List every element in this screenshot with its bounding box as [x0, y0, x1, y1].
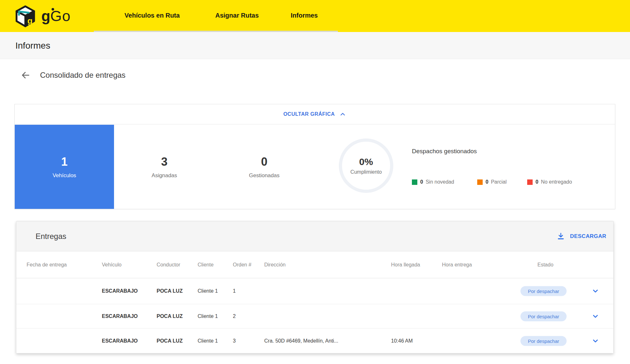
legend-label-sin-novedad: Sin novedad: [426, 179, 454, 185]
cell-direccion: Cra. 50D #6469, Medellín, Anti...: [264, 328, 386, 353]
hide-chart-button[interactable]: OCULTAR GRÁFICA: [15, 104, 615, 124]
consolidado-entregas-screen: g g Go Vehículos en Ruta Asignar Rutas I…: [0, 0, 630, 364]
svg-text:g: g: [28, 16, 33, 26]
cell-conductor: POCA LUZ: [157, 278, 183, 304]
brand-dot: [52, 8, 54, 11]
cell-conductor: POCA LUZ: [157, 304, 183, 328]
download-label: DESCARGAR: [570, 233, 606, 240]
brand[interactable]: g g Go: [14, 3, 70, 29]
summary-card: OCULTAR GRÁFICA 1 Vehículos 3 Asignadas …: [14, 104, 615, 209]
legend-item-no-entregado: 0 No entregado: [527, 178, 572, 186]
cell-cliente: Cliente 1: [198, 278, 218, 304]
table-row: ESCARABAJO POCA LUZ Cliente 1 1 Por desp…: [16, 278, 613, 304]
section-title: Consolidado de entregas: [40, 59, 126, 91]
hide-chart-label: OCULTAR GRÁFICA: [283, 111, 335, 117]
stat-asignadas-label: Asignadas: [151, 172, 177, 179]
stat-gestionadas-label: Gestionadas: [249, 172, 279, 179]
table-row: ESCARABAJO POCA LUZ Cliente 1 3 Cra. 50D…: [16, 328, 613, 353]
breadcrumb: Consolidado de entregas: [0, 59, 630, 94]
deliveries-card: Entregas DESCARGAR Fecha de entrega Vehí…: [16, 221, 614, 353]
col-header-vehiculo[interactable]: Vehículo: [102, 251, 121, 278]
chevron-down-icon: [592, 287, 599, 295]
cell-hora-llegada: 10:46 AM: [391, 328, 413, 353]
app-header: g g Go Vehículos en Ruta Asignar Rutas I…: [0, 0, 630, 32]
legend-item-sin-novedad: 0 Sin novedad: [412, 178, 454, 186]
legend-title: Despachos gestionados: [412, 148, 477, 155]
page-title: Informes: [15, 32, 50, 59]
cell-direccion: [264, 304, 386, 328]
cell-vehiculo: ESCARABAJO: [102, 328, 138, 353]
cell-cliente: Cliente 1: [198, 304, 218, 328]
table-header-row: Fecha de entrega Vehículo Conductor Clie…: [16, 251, 613, 278]
cell-conductor: POCA LUZ: [157, 328, 183, 353]
chevron-down-icon: [592, 313, 599, 320]
summary-stats: 1 Vehículos 3 Asignadas 0 Gestionadas 0%…: [15, 125, 615, 209]
legend-label-parcial: Parcial: [491, 179, 507, 185]
col-header-hora-entrega[interactable]: Hora entrega: [442, 251, 472, 278]
back-button[interactable]: [19, 68, 33, 82]
cell-vehiculo: ESCARABAJO: [102, 278, 138, 304]
row-expand-button[interactable]: [591, 286, 600, 296]
deliveries-card-header: Entregas DESCARGAR: [16, 221, 613, 251]
nav-item-vehiculos-en-ruta[interactable]: Vehículos en Ruta: [110, 0, 194, 31]
page-header-bar: Informes: [0, 32, 630, 59]
stat-asignadas: 3 Asignadas: [113, 125, 216, 209]
row-expand-button[interactable]: [591, 336, 600, 346]
cell-orden: 3: [233, 328, 236, 353]
legend-swatch-red: [527, 179, 533, 185]
status-badge: Por despachar: [520, 311, 567, 321]
deliveries-title: Entregas: [36, 232, 66, 241]
package-box-icon: g: [14, 3, 36, 29]
legend-swatch-green: [412, 179, 417, 185]
legend-label-no-entregado: No entregado: [541, 179, 572, 185]
status-badge: Por despachar: [520, 336, 567, 346]
direccion-text: Cra. 50D #6469, Medellín, Anti...: [264, 338, 338, 344]
row-expand-button[interactable]: [591, 312, 600, 321]
stat-vehiculos-label: Vehículos: [53, 172, 76, 179]
col-header-estado[interactable]: Estado: [537, 251, 553, 278]
stat-gestionadas: 0 Gestionadas: [213, 125, 315, 209]
cumplimiento-gauge: 0% Cumplimiento: [339, 138, 393, 193]
table-row: ESCARABAJO POCA LUZ Cliente 1 2 Por desp…: [16, 304, 613, 328]
chevron-down-icon: [592, 337, 599, 345]
legend-swatch-orange: [477, 179, 483, 185]
stat-gestionadas-value: 0: [261, 155, 267, 169]
legend-item-parcial: 0 Parcial: [477, 178, 507, 186]
cell-orden: 1: [233, 278, 236, 304]
download-button[interactable]: DESCARGAR: [557, 221, 606, 251]
cell-direccion: [264, 278, 386, 304]
col-header-cliente[interactable]: Cliente: [198, 251, 214, 278]
col-header-orden[interactable]: Orden #: [233, 251, 251, 278]
legend-count-parcial: 0: [486, 179, 488, 185]
download-icon: [557, 232, 565, 241]
stat-vehiculos-value: 1: [61, 155, 68, 169]
col-header-hora-llegada[interactable]: Hora llegada: [391, 251, 420, 278]
legend-count-sin-novedad: 0: [420, 179, 423, 185]
cell-orden: 2: [233, 304, 236, 328]
brand-name: g Go: [41, 7, 70, 25]
col-header-direccion[interactable]: Dirección: [264, 251, 386, 278]
stat-vehiculos: 1 Vehículos: [15, 125, 114, 209]
nav-item-asignar-rutas[interactable]: Asignar Rutas: [203, 0, 271, 31]
arrow-left-icon: [21, 70, 30, 80]
cell-cliente: Cliente 1: [198, 328, 218, 353]
status-badge: Por despachar: [520, 286, 567, 296]
cumplimiento-value: 0%: [359, 156, 373, 167]
col-header-conductor[interactable]: Conductor: [157, 251, 180, 278]
chevron-up-icon: [339, 111, 346, 118]
col-header-fecha-de-entrega[interactable]: Fecha de entrega: [27, 251, 67, 278]
cumplimiento-label: Cumplimiento: [350, 169, 382, 175]
stat-asignadas-value: 3: [161, 155, 168, 169]
legend-count-no-entregado: 0: [536, 179, 538, 185]
cell-vehiculo: ESCARABAJO: [102, 304, 138, 328]
nav-item-informes[interactable]: Informes: [280, 0, 328, 31]
